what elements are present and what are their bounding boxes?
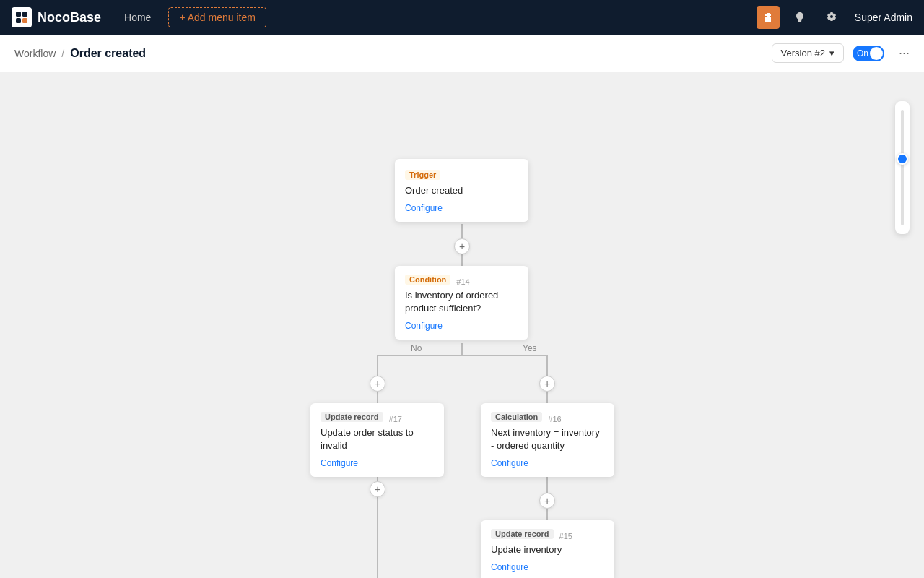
zoom-thumb[interactable] [897, 153, 908, 165]
nav-home[interactable]: Home [116, 7, 160, 27]
settings-icon[interactable] [820, 6, 843, 29]
condition-configure[interactable]: Configure [405, 321, 518, 331]
update-invalid-title: Update order status to invalid [321, 426, 434, 452]
workflow-toggle[interactable]: On [853, 46, 884, 61]
update-invalid-tag: Update record [321, 412, 383, 422]
update-inventory-node: Update record #15 Update inventory Confi… [481, 520, 614, 578]
condition-title: Is inventory of ordered product sufficie… [405, 289, 518, 315]
svg-rect-2 [16, 18, 21, 23]
calculation-node: Calculation #16 Next inventory = invento… [481, 403, 614, 477]
calculation-tag: Calculation [491, 412, 542, 422]
trigger-title: Order created [405, 184, 518, 197]
trigger-configure[interactable]: Configure [405, 203, 518, 213]
toggle-label: On [857, 48, 868, 59]
app-name: NocoBase [38, 10, 101, 25]
more-options-button[interactable]: ··· [899, 46, 910, 61]
condition-id: #14 [456, 277, 469, 286]
rocket-icon[interactable] [788, 6, 811, 29]
update-inventory-configure[interactable]: Configure [491, 562, 604, 572]
add-menu-button[interactable]: + Add menu item [168, 7, 266, 27]
breadcrumb-current: Order created [70, 47, 146, 60]
breadcrumb: Workflow / Order created [14, 47, 146, 60]
zoom-slider[interactable] [895, 101, 910, 234]
trigger-tag: Trigger [405, 170, 440, 180]
condition-node: Condition #14 Is inventory of ordered pr… [395, 266, 528, 340]
toggle-wrap[interactable]: On [853, 46, 884, 61]
svg-rect-0 [16, 12, 21, 17]
add-node-1[interactable]: + [454, 238, 470, 254]
branch-no-label: No [411, 343, 422, 353]
update-inventory-title: Update inventory [491, 543, 604, 556]
calculation-id: #16 [548, 415, 561, 423]
add-node-below-invalid[interactable]: + [370, 481, 385, 497]
update-invalid-configure[interactable]: Configure [321, 458, 434, 468]
workflow-canvas: Trigger Order created Configure + Condit… [0, 72, 924, 578]
topnav: NocoBase Home + Add menu item Super Admi… [0, 0, 924, 35]
trigger-node: Trigger Order created Configure [395, 159, 528, 222]
svg-rect-1 [22, 12, 27, 17]
zoom-track[interactable] [901, 110, 904, 225]
calculation-configure[interactable]: Configure [491, 458, 604, 468]
add-node-right[interactable]: + [539, 376, 555, 392]
calculation-title: Next inventory = inventory - ordered qua… [491, 426, 604, 452]
chevron-down-icon: ▾ [829, 48, 834, 59]
update-invalid-node: Update record #17 Update order status to… [310, 403, 444, 477]
condition-tag: Condition [405, 275, 450, 285]
add-node-below-calc[interactable]: + [539, 493, 555, 509]
update-invalid-id: #17 [389, 415, 402, 423]
logo-icon [12, 7, 32, 27]
breadcrumb-workflow[interactable]: Workflow [14, 48, 56, 59]
subheader: Workflow / Order created Version #2 ▾ On… [0, 35, 924, 72]
breadcrumb-separator: / [61, 48, 64, 59]
svg-rect-3 [22, 18, 27, 23]
version-label: Version #2 [781, 48, 825, 59]
toggle-knob [870, 47, 883, 60]
plugin-icon[interactable] [757, 6, 780, 29]
user-label: Super Admin [855, 12, 912, 23]
add-node-left[interactable]: + [370, 376, 385, 392]
update-inventory-id: #15 [559, 532, 572, 540]
version-button[interactable]: Version #2 ▾ [772, 43, 844, 63]
update-inventory-tag: Update record [491, 529, 554, 539]
branch-yes-label: Yes [523, 343, 537, 353]
logo: NocoBase [12, 7, 101, 27]
